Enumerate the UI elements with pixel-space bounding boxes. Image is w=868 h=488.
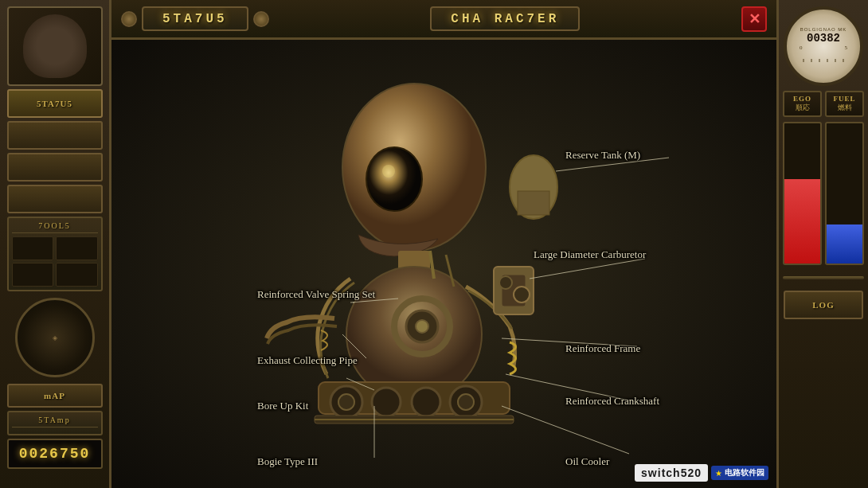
svg-point-29 xyxy=(458,394,474,410)
valve-spring-label: Reinforced Valve Spring Set xyxy=(257,288,375,300)
watermark-area: switch520 ★ 电路软件园 xyxy=(635,464,768,482)
red-bar-fill xyxy=(784,179,820,264)
svg-point-11 xyxy=(382,165,395,178)
ego-box: EGO 順応 xyxy=(783,91,822,117)
right-sidebar: BOLGIGNAO MK 00382 0 5 EGO 順応 FUEL 燃料 xyxy=(776,0,868,488)
pipe-decor-mid xyxy=(253,11,269,27)
oil-cooler-label: Oil Cooler xyxy=(565,455,609,467)
log-label: LOG xyxy=(812,300,834,310)
ego-fuel-row: EGO 順応 FUEL 燃料 xyxy=(783,91,864,117)
status-label: 5TA7U5 xyxy=(37,99,72,108)
pipe-horizontal xyxy=(783,276,864,279)
tool-slot-4[interactable] xyxy=(56,263,98,287)
speedo-ticks xyxy=(800,56,847,62)
left-sidebar: 5TA7U5 7OOL5 ◈ mAP 5TAmp 0026750 xyxy=(0,0,111,488)
watermark-logo: 电路软件园 xyxy=(725,467,764,478)
ego-label: EGO xyxy=(786,95,819,103)
tool-label: 7OOL5 xyxy=(12,221,98,233)
svg-point-10 xyxy=(366,147,422,211)
watermark-star: ★ xyxy=(715,469,722,478)
tool-slots xyxy=(12,236,98,287)
status-button[interactable]: 5TA7U5 xyxy=(7,89,103,118)
speedo-value: 00382 xyxy=(800,32,847,45)
stamp-section: 5TAmp xyxy=(7,411,103,435)
map-label: mAP xyxy=(44,391,65,400)
svg-rect-33 xyxy=(518,191,549,215)
robot-illustration xyxy=(111,40,776,488)
speedo-inner: BOLGIGNAO MK 00382 0 5 xyxy=(800,27,847,65)
status-tab-label: 5TA7U5 xyxy=(162,12,228,26)
annotation-carburetor: Large Diameter Carburetor xyxy=(534,247,646,262)
slot-2[interactable] xyxy=(7,153,103,182)
carburetor-label: Large Diameter Carburetor xyxy=(534,248,646,260)
speedometer: BOLGIGNAO MK 00382 0 5 xyxy=(784,6,863,86)
svg-point-21 xyxy=(499,276,512,289)
main-content: 5TA7U5 CHA RAC7ER ✕ xyxy=(111,0,776,488)
gauge-circle: ◈ xyxy=(15,298,95,377)
pipe-row xyxy=(783,270,864,286)
character-tab-label: CHA RAC7ER xyxy=(451,12,559,26)
watermark-text: switch520 xyxy=(641,467,702,479)
svg-point-22 xyxy=(514,287,530,303)
fuel-box: FUEL 燃料 xyxy=(825,91,864,117)
score-display: 0026750 xyxy=(7,439,103,469)
svg-point-16 xyxy=(416,320,428,333)
log-button[interactable]: LOG xyxy=(784,291,863,319)
fuel-label: FUEL xyxy=(828,95,861,103)
close-button[interactable]: ✕ xyxy=(741,6,767,32)
crankshaft-label: Reinforced Crankshaft xyxy=(565,395,659,407)
annotation-oil-cooler: Oil Cooler xyxy=(565,454,609,469)
character-tab[interactable]: CHA RAC7ER xyxy=(430,6,580,31)
dual-bar xyxy=(783,122,864,265)
reinforced-frame-label: Reinforced Frame xyxy=(565,342,640,354)
portrait-box xyxy=(7,6,103,86)
exhaust-pipe-label: Exhaust Collecting Pipe xyxy=(257,354,358,366)
portrait-figure xyxy=(23,14,87,78)
pipe-decor-left xyxy=(121,11,137,27)
ego-jp: 順応 xyxy=(786,103,819,113)
annotation-reinforced-frame: Reinforced Frame xyxy=(565,341,640,356)
annotation-crankshaft: Reinforced Crankshaft xyxy=(565,393,659,408)
slot-3[interactable] xyxy=(7,185,103,213)
annotation-exhaust-pipe: Exhaust Collecting Pipe xyxy=(257,353,358,368)
red-bar xyxy=(783,122,822,265)
annotation-bore-up: Bore Up Kit xyxy=(257,398,308,413)
bogie-label: Bogie Type III xyxy=(257,455,318,467)
reserve-tank-label: Reserve Tank (M) xyxy=(565,149,640,161)
gauge-label: ◈ xyxy=(53,334,57,342)
speedo-max: 5 xyxy=(845,45,848,51)
map-button[interactable]: mAP xyxy=(7,384,103,408)
score-value: 0026750 xyxy=(19,446,91,462)
status-tab[interactable]: 5TA7U5 xyxy=(142,6,248,31)
blue-bar-fill xyxy=(827,224,862,264)
bore-up-label: Bore Up Kit xyxy=(257,400,308,412)
tool-slot-1[interactable] xyxy=(12,236,54,260)
close-icon: ✕ xyxy=(749,10,760,28)
svg-point-26 xyxy=(372,388,401,416)
svg-point-25 xyxy=(338,394,354,410)
annotation-reserve-tank: Reserve Tank (M) xyxy=(565,147,640,162)
annotation-valve-spring: Reinforced Valve Spring Set xyxy=(257,287,375,302)
tool-section: 7OOL5 xyxy=(7,217,103,291)
svg-point-27 xyxy=(412,388,440,416)
speedo-min: 0 xyxy=(800,45,803,51)
diagram-area: Reserve Tank (M) Large Diameter Carburet… xyxy=(111,40,776,488)
annotation-bogie: Bogie Type III xyxy=(257,454,318,469)
slot-1[interactable] xyxy=(7,121,103,150)
tool-slot-2[interactable] xyxy=(56,236,98,260)
svg-rect-31 xyxy=(315,419,514,420)
stamp-label: 5TAmp xyxy=(12,416,98,427)
blue-bar xyxy=(825,122,864,265)
tool-slot-3[interactable] xyxy=(12,263,54,287)
top-bar: 5TA7U5 CHA RAC7ER ✕ xyxy=(111,0,776,40)
fuel-jp: 燃料 xyxy=(828,103,861,113)
